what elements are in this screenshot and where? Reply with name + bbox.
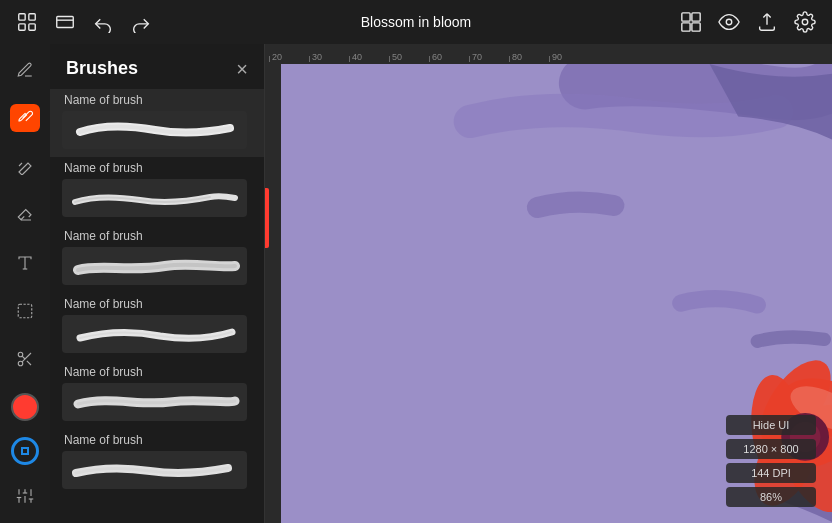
ruler-mark: 30 <box>309 52 349 64</box>
svg-line-18 <box>27 361 31 365</box>
brush-name: Name of brush <box>62 229 252 243</box>
brush-preview <box>62 315 247 353</box>
info-badges: Hide UI 1280 × 800 144 DPI 86% <box>726 415 816 507</box>
svg-rect-8 <box>682 23 690 31</box>
ruler-mark: 60 <box>429 52 469 64</box>
ruler-mark: 70 <box>469 52 509 64</box>
svg-rect-6 <box>682 13 690 21</box>
grid-icon[interactable] <box>16 11 38 33</box>
ruler-mark: 20 <box>269 52 309 64</box>
ruler-mark: 90 <box>549 52 589 64</box>
brush-name: Name of brush <box>62 161 252 175</box>
adjust-icon[interactable] <box>10 481 40 511</box>
ruler-left <box>265 64 281 523</box>
document-title: Blossom in bloom <box>361 14 472 30</box>
brush-item[interactable]: Name of brush <box>50 361 264 429</box>
close-button[interactable]: × <box>236 59 248 79</box>
top-bar-right <box>680 11 816 33</box>
svg-rect-2 <box>19 24 25 30</box>
pencil-tool[interactable] <box>10 56 40 84</box>
brushes-header: Brushes × <box>50 44 264 89</box>
svg-rect-4 <box>57 17 74 28</box>
brush-item[interactable]: Name of brush <box>50 293 264 361</box>
brush-preview <box>62 451 247 489</box>
export-icon[interactable] <box>756 11 778 33</box>
ruler-mark: 50 <box>389 52 429 64</box>
svg-rect-0 <box>19 14 25 20</box>
svg-rect-7 <box>692 13 700 21</box>
svg-point-10 <box>726 19 732 25</box>
side-indicator <box>265 188 269 248</box>
smudge-tool[interactable] <box>10 152 40 180</box>
main-layout: Brushes × Name of brush Name of brush <box>0 44 832 523</box>
ruler-mark: 40 <box>349 52 389 64</box>
svg-point-11 <box>802 19 808 25</box>
ruler-top: 20 30 40 50 60 70 80 90 <box>265 44 832 64</box>
svg-rect-9 <box>692 23 700 31</box>
settings-icon[interactable] <box>794 11 816 33</box>
svg-rect-1 <box>29 14 35 20</box>
brush-preview <box>62 383 247 421</box>
brush-name: Name of brush <box>62 297 252 311</box>
undo-icon[interactable] <box>92 11 114 33</box>
eye-icon[interactable] <box>718 11 740 33</box>
left-toolbar <box>0 44 50 523</box>
svg-line-19 <box>22 356 25 359</box>
gallery-icon[interactable] <box>680 11 702 33</box>
cut-tool[interactable] <box>10 345 40 373</box>
brush-item[interactable]: Name of brush <box>50 429 264 497</box>
brush-item[interactable]: Name of brush <box>50 157 264 225</box>
resolution-badge: 1280 × 800 <box>726 439 816 459</box>
top-bar-left <box>16 11 152 33</box>
brush-preview <box>62 111 247 149</box>
brush-item[interactable]: Name of brush <box>50 225 264 293</box>
text-tool[interactable] <box>10 249 40 277</box>
brushes-title: Brushes <box>66 58 138 79</box>
top-bar: Blossom in bloom <box>0 0 832 44</box>
zoom-badge: 86% <box>726 487 816 507</box>
canvas-area[interactable]: 20 30 40 50 60 70 80 90 <box>265 44 832 523</box>
dpi-badge: 144 DPI <box>726 463 816 483</box>
brush-item[interactable]: Name of brush <box>50 89 264 157</box>
redo-icon[interactable] <box>130 11 152 33</box>
ruler-mark: 80 <box>509 52 549 64</box>
brush-name: Name of brush <box>62 93 252 107</box>
brush-name: Name of brush <box>62 433 252 447</box>
secondary-color-swatch[interactable] <box>11 437 39 465</box>
hide-ui-badge[interactable]: Hide UI <box>726 415 816 435</box>
svg-point-15 <box>18 352 23 357</box>
select-tool[interactable] <box>10 297 40 325</box>
primary-color-swatch[interactable] <box>11 393 39 421</box>
svg-point-16 <box>18 361 23 366</box>
brush-preview <box>62 179 247 217</box>
brush-preview <box>62 247 247 285</box>
eraser-tool[interactable] <box>10 200 40 228</box>
brush-name: Name of brush <box>62 365 252 379</box>
svg-rect-14 <box>18 304 32 318</box>
svg-rect-3 <box>29 24 35 30</box>
brushes-panel: Brushes × Name of brush Name of brush <box>50 44 265 523</box>
brush-tool[interactable] <box>10 104 40 132</box>
layers-icon[interactable] <box>54 11 76 33</box>
ruler-marks: 20 30 40 50 60 70 80 90 <box>265 44 589 64</box>
